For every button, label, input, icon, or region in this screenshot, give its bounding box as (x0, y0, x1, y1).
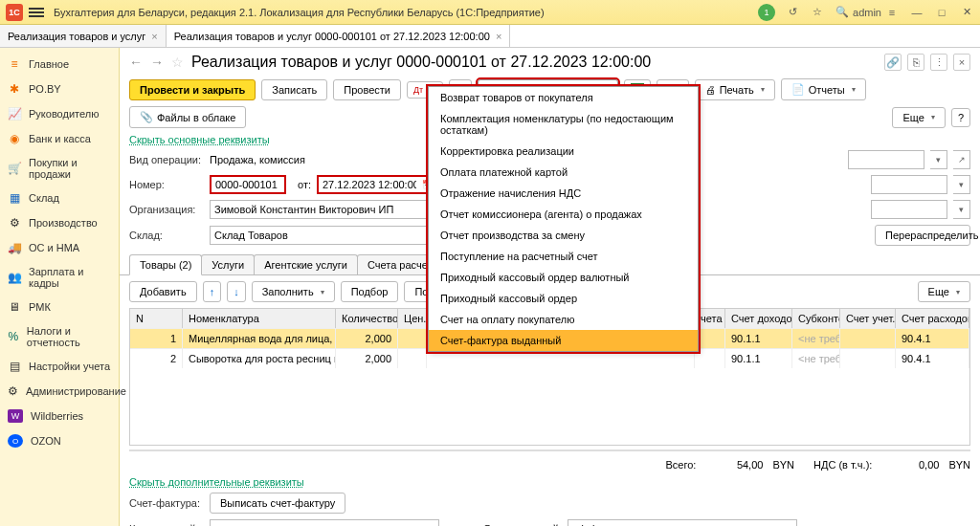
notifications-icon[interactable]: 1 (758, 4, 775, 21)
close-tab-icon[interactable]: × (496, 31, 501, 42)
post-button[interactable]: Провести (333, 79, 401, 100)
dd-item[interactable]: Возврат товаров от покупателя (429, 87, 698, 108)
maximize-icon[interactable]: □ (934, 5, 949, 20)
favorite-icon[interactable]: ☆ (171, 55, 184, 70)
history-icon[interactable]: ↺ (785, 5, 800, 20)
th-subconto[interactable]: Субконто (792, 309, 840, 328)
create-on-basis-menu: Возврат товаров от покупателя Комплектац… (428, 86, 699, 352)
link-icon[interactable]: 🔗 (884, 54, 902, 71)
sidebar-item[interactable]: ✱PO.BY (0, 77, 119, 101)
dtab-goods[interactable]: Товары (2) (129, 254, 202, 275)
dd-item[interactable]: Комплектация номенклатуры (по недостающи… (429, 108, 698, 141)
select-button[interactable]: ▾ (930, 150, 947, 169)
sidebar-item[interactable]: 📈Руководителю (0, 101, 119, 126)
search-icon[interactable]: 🔍 (835, 5, 850, 20)
move-up-button[interactable]: ↑ (203, 281, 222, 302)
org-input[interactable] (210, 200, 430, 219)
add-button[interactable]: Добавить (129, 281, 197, 302)
th-qty[interactable]: Количество (336, 309, 398, 328)
post-close-button[interactable]: Провести и закрыть (129, 79, 256, 100)
unknown-field-3[interactable] (871, 200, 947, 219)
sidebar-item[interactable]: ◉Банк и касса (0, 126, 119, 151)
warehouse-input[interactable] (210, 226, 430, 245)
ref-button[interactable]: ↗ (953, 150, 970, 169)
th-expense[interactable]: Счет расходов (896, 309, 969, 328)
sidebar-item[interactable]: ⚙Производство (0, 210, 119, 235)
pick-button[interactable]: Подбор (341, 281, 399, 302)
sidebar-item[interactable]: ▦Склад (0, 186, 119, 210)
table-more-button[interactable]: Еще (918, 281, 970, 302)
window-title: Бухгалтерия для Беларуси, редакция 2.1. … (54, 7, 758, 18)
pos-icon: 🖥 (8, 300, 21, 314)
redistribute-button[interactable]: Перераспределить (875, 225, 970, 246)
dtab-agent[interactable]: Агентские услуги (254, 254, 358, 274)
h-scrollbar[interactable] (129, 449, 970, 451)
th-price[interactable]: Цен... (398, 309, 427, 328)
dd-item[interactable]: Отражение начисления НДС (429, 183, 698, 204)
sidebar-item[interactable]: 🛒Покупки и продажи (0, 151, 119, 186)
help-button[interactable]: ? (951, 108, 970, 127)
dd-item[interactable]: Счет на оплату покупателю (429, 309, 698, 330)
dtab-services[interactable]: Услуги (201, 254, 255, 274)
tab-1[interactable]: Реализация товаров и услуг 0000-000101 о… (167, 25, 511, 47)
fill-button[interactable]: Заполнить (252, 281, 335, 302)
dd-item[interactable]: Поступление на расчетный счет (429, 246, 698, 267)
dd-item[interactable]: Приходный кассовый ордер (429, 288, 698, 309)
more-button[interactable]: Еще (892, 107, 945, 128)
vat-label: НДС (в т.ч.): (813, 459, 872, 471)
dd-item[interactable]: Оплата платежной картой (429, 162, 698, 183)
cloud-files-button[interactable]: 📎 Файлы в облаке (129, 106, 246, 128)
total-label: Всего: (666, 459, 697, 471)
th-income[interactable]: Счет доходов (725, 309, 792, 328)
sidebar-item[interactable]: %Налоги и отчетность (0, 319, 119, 354)
sidebar-item[interactable]: ⚙Администрирование (0, 379, 119, 404)
user-label[interactable]: admin (859, 5, 875, 20)
more-icon[interactable]: ⋮ (930, 54, 947, 71)
sidebar-item[interactable]: ≡Главное (0, 52, 119, 77)
detach-icon[interactable]: ⎘ (907, 54, 924, 71)
responsible-input[interactable] (568, 519, 797, 526)
unknown-field-2[interactable] (871, 175, 947, 194)
nav-back-icon[interactable]: ← (129, 55, 143, 70)
star-icon[interactable]: ☆ (810, 5, 825, 20)
settings-icon[interactable]: ≡ (884, 5, 900, 20)
tab-0[interactable]: Реализация товаров и услуг× (0, 25, 167, 47)
sidebar-item[interactable]: 🖥РМК (0, 295, 119, 319)
dd-item[interactable]: Отчет производства за смену (429, 225, 698, 246)
print-button[interactable]: 🖨 Печать (695, 79, 775, 100)
th-acct[interactable]: чета (695, 309, 725, 328)
sidebar-item[interactable]: OOZON (0, 428, 119, 453)
th-nomenclature[interactable]: Номенклатура (183, 309, 336, 328)
nav-fwd-icon[interactable]: → (150, 55, 164, 70)
move-down-button[interactable]: ↓ (227, 281, 246, 302)
reports-button[interactable]: 📄 Отчеты (781, 78, 866, 100)
dd-item[interactable]: Приходный кассовый ордер валютный (429, 267, 698, 288)
sidebar-item[interactable]: ▤Настройки учета (0, 354, 119, 379)
comment-input[interactable] (210, 519, 439, 526)
close-icon[interactable]: ✕ (959, 5, 974, 20)
sidebar-item[interactable]: 👥Зарплата и кадры (0, 260, 119, 295)
number-input[interactable] (210, 175, 286, 194)
date-input[interactable] (317, 175, 420, 194)
close-tab-icon[interactable]: × (151, 31, 157, 42)
save-button[interactable]: Записать (261, 79, 327, 100)
titlebar: 1C Бухгалтерия для Беларуси, редакция 2.… (0, 0, 980, 25)
sidebar-item[interactable]: 🚚ОС и НМА (0, 235, 119, 260)
th-acct2[interactable]: Счет учет... (840, 309, 896, 328)
dd-item[interactable]: Корректировка реализации (429, 141, 698, 162)
doc-header: ← → ☆ Реализация товаров и услуг 0000-00… (120, 48, 980, 75)
write-invoice-button[interactable]: Выписать счет-фактуру (210, 493, 345, 514)
close-doc-icon[interactable]: × (953, 54, 970, 71)
select-button[interactable]: ▾ (953, 175, 970, 194)
ozon-icon: O (8, 434, 23, 448)
th-n[interactable]: N (130, 309, 183, 328)
hide-extra-props-link[interactable]: Скрыть дополнительные реквизиты (120, 474, 980, 490)
select-button[interactable]: ▾ (953, 200, 970, 219)
minimize-icon[interactable]: — (909, 5, 924, 20)
unknown-field[interactable] (848, 150, 924, 169)
dd-item[interactable]: Отчет комиссионера (агента) о продажах (429, 204, 698, 225)
tax-icon: % (8, 330, 19, 343)
sidebar-item[interactable]: WWildberries (0, 404, 119, 428)
menu-icon[interactable] (29, 6, 44, 19)
dd-item-invoice-issued[interactable]: Счет-фактура выданный (429, 330, 698, 351)
